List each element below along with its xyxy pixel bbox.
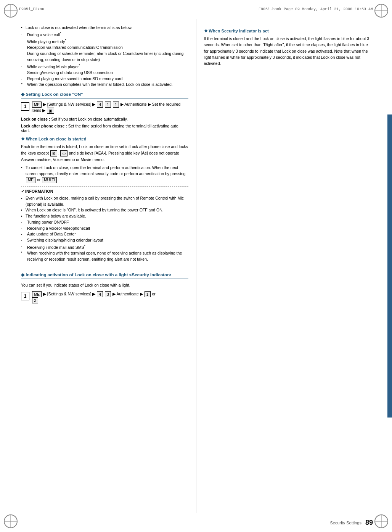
- cancel-bullet-list: To cancel Lock on close, open the termin…: [21, 165, 188, 183]
- info-bullet: Auto update of Data Center: [21, 231, 188, 237]
- info-header: INFORMATION: [21, 189, 188, 193]
- key-4b: 4: [97, 291, 103, 297]
- info-bullets: Even with Lock on close, making a call b…: [21, 195, 188, 263]
- multi-key-icon: MULTI: [42, 177, 57, 183]
- key-1b: 1: [113, 102, 119, 108]
- right-section1-header: When Security indicator is set: [204, 29, 371, 34]
- right-section1-body: If the terminal is closed and the Lock o…: [204, 35, 371, 66]
- section3-body: You can set if you indicate status of Lo…: [21, 282, 188, 288]
- info-bullet: The functions below are available.: [21, 213, 188, 219]
- menu-key-icon3: ME: [32, 291, 42, 297]
- step3-number: 1: [21, 292, 29, 300]
- menu-key-icon2: ME: [26, 177, 35, 183]
- bullet-item: Sending/receiving of data using USB conn…: [21, 70, 188, 76]
- lock-on-close-label: Lock on close : Set if you start Lock on…: [21, 117, 188, 121]
- key-icon-rect: ▭: [60, 150, 67, 156]
- top-bar: F905i_E2kou F905i.book Page 89 Monday, A…: [0, 0, 392, 19]
- bullet-item: While playing melody*: [21, 38, 188, 45]
- bullet-item: When the operation completes with the te…: [21, 82, 188, 88]
- lock-after-label: Lock after phone close : Set the time pe…: [21, 124, 188, 133]
- step3-block: 1 ME ▶ [Settings & NW services] ▶ 4 3 ▶ …: [21, 291, 188, 303]
- bullet-item: Reception via Infrared communication/iC …: [21, 45, 188, 51]
- content-area: Lock on close is not activated when the …: [19, 19, 373, 513]
- left-column: Lock on close is not activated when the …: [19, 19, 196, 513]
- section-label: Security Settings: [330, 521, 361, 525]
- key-1c: 1: [145, 291, 151, 297]
- menu-key-icon: ME: [32, 102, 42, 108]
- info-bullet: When receiving with the terminal open, n…: [21, 250, 188, 263]
- info-bullet: Switching displaying/hiding calendar lay…: [21, 237, 188, 243]
- page-title: F905i_E2kou: [19, 7, 44, 11]
- key-3: 3: [105, 291, 111, 297]
- bullet-item: While activating Music player*: [21, 63, 188, 70]
- section3-header: Indicating activation of Lock on close w…: [21, 272, 188, 279]
- bullet-item: During a voice call*: [21, 31, 188, 38]
- book-info: F905i.book Page 89 Monday, April 21, 200…: [259, 7, 373, 11]
- cancel-bullet: To cancel Lock on close, open the termin…: [21, 165, 188, 183]
- info-bullet: Receiving i-mode mail and SMS*: [21, 243, 188, 250]
- bottom-bar: Security Settings 89: [0, 513, 392, 532]
- key-icon-sq: ⊠: [50, 150, 57, 156]
- page-number: 89: [365, 519, 373, 527]
- confirm-key: ▣: [47, 108, 54, 114]
- info-bullet: Receiving a voiceor videophonecall: [21, 226, 188, 232]
- right-blue-bar: [387, 114, 392, 418]
- info-bullet: When Lock on close is "ON", it is activa…: [21, 207, 188, 213]
- section1-header: Setting Lock on close "ON": [21, 92, 188, 98]
- info-bullet: Even with Lock on close, making a call b…: [21, 195, 188, 208]
- bottom-right: Security Settings 89: [330, 519, 373, 527]
- info-bullet: Turning power ON/OFF: [21, 219, 188, 226]
- bullet-item: Lock on close is not activated when the …: [21, 25, 188, 31]
- info-box: INFORMATION Even with Lock on close, mak…: [21, 186, 188, 268]
- key-2: 2: [32, 297, 38, 303]
- bullet-item: During sounding of schedule reminder, al…: [21, 51, 188, 63]
- section2-body: Each time the terminal is folded, Lock o…: [21, 143, 188, 163]
- step3-content: ME ▶ [Settings & NW services] ▶ 4 3 ▶ Au…: [32, 291, 188, 303]
- intro-bullets: Lock on close is not activated when the …: [21, 25, 188, 88]
- step1-content: ME ▶ [Settings & NW services] ▶ 4 1 1 ▶ …: [32, 102, 188, 114]
- right-column: When Security indicator is set If the te…: [196, 19, 373, 513]
- step-number: 1: [21, 102, 29, 111]
- step1-block: 1 ME ▶ [Settings & NW services] ▶ 4 1 1 …: [21, 102, 188, 114]
- key-1a: 1: [105, 102, 111, 108]
- section2-header: When Lock on close is started: [21, 137, 188, 142]
- key-4: 4: [97, 102, 103, 108]
- bullet-item: Repeat playing movie saved in microSD me…: [21, 76, 188, 82]
